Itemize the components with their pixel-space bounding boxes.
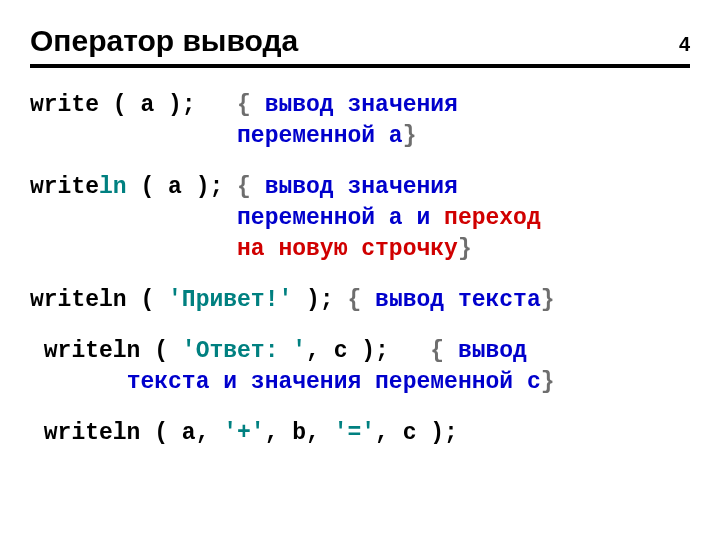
code-text: writeln ( — [30, 338, 182, 364]
code-text: write ( a ); — [30, 92, 237, 118]
comment-text: { вывод значения — [237, 174, 458, 200]
code-block-2: writeln ( a ); { вывод значения переменн… — [30, 172, 690, 265]
comment-red: переход — [444, 205, 541, 231]
code-text: writeln ( — [30, 287, 168, 313]
slide-content: write ( a ); { вывод значения переменной… — [30, 90, 690, 449]
code-text: write — [30, 174, 99, 200]
code-block-5: writeln ( a, '+', b, '=', c ); — [30, 418, 690, 449]
code-block-1: write ( a ); { вывод значения переменной… — [30, 90, 690, 152]
code-text: writeln ( a, — [30, 420, 223, 446]
slide-header: Оператор вывода 4 — [30, 24, 690, 68]
string-literal: '+' — [223, 420, 264, 446]
comment-text: { вывод значения — [237, 92, 458, 118]
code-block-4: writeln ( 'Ответ: ', c ); { вывод текста… — [30, 336, 690, 398]
comment-red: на новую строчку — [237, 236, 458, 262]
comment-text: переменной a} — [30, 123, 416, 149]
code-text: ( a ); — [127, 174, 237, 200]
comment-text: { вывод — [430, 338, 527, 364]
comment-text: текста и значения переменной c} — [30, 369, 555, 395]
page-number: 4 — [679, 33, 690, 56]
code-block-3: writeln ( 'Привет!' ); { вывод текста} — [30, 285, 690, 316]
string-literal: '=' — [334, 420, 375, 446]
slide-title: Оператор вывода — [30, 24, 298, 58]
comment-text: переменной a и — [30, 205, 444, 231]
comment-text: { вывод текста} — [347, 287, 554, 313]
string-literal: 'Ответ: ' — [182, 338, 306, 364]
string-literal: 'Привет!' — [168, 287, 292, 313]
code-highlight: ln — [99, 174, 127, 200]
